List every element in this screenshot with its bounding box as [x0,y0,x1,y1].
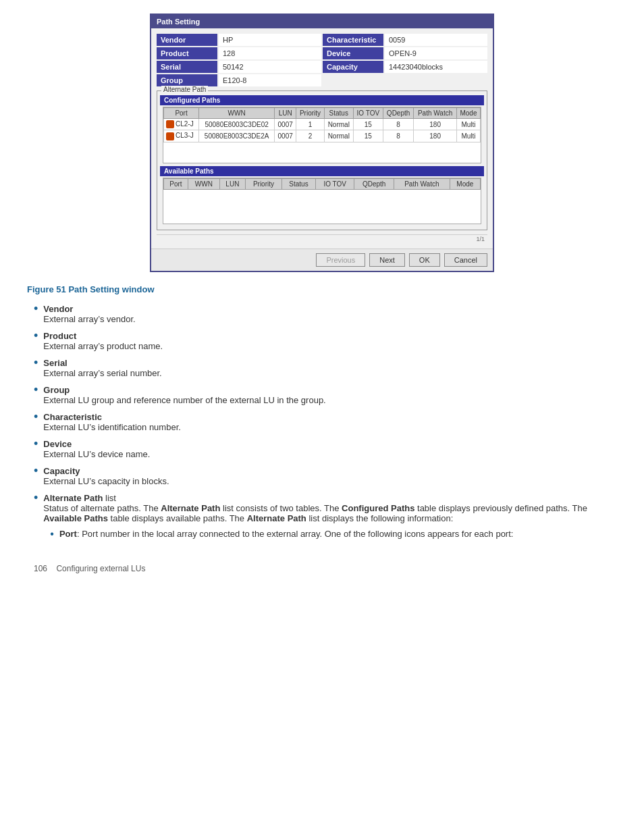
bullet-content-vendor: Vendor External array’s vendor. [43,304,610,324]
avail-col-pathwatch: Path Watch [394,178,450,189]
ok-button[interactable]: OK [409,253,440,267]
bullet-group: • Group External LU group and reference … [34,385,610,405]
device-row: Device OPEN-9 [323,47,487,59]
page-number: 106 [34,564,47,573]
wwn-cell: 50080E8003C3DE2A [199,130,275,142]
bullet-content-group: Group External LU group and reference nu… [43,385,610,405]
product-label: Product [157,47,217,59]
pathwatch-cell: 180 [414,130,457,142]
table-row: CL2-J 50080E8003C3DE02 0007 1 Normal 15 … [164,119,481,130]
bullet-dot-group: • [34,384,38,405]
bullet-content-characteristic: Characteristic External LU’s identificat… [43,412,610,432]
vendor-label: Vendor [157,34,217,46]
available-paths-table: Port WWN LUN Priority Status IO TOV QDep… [163,178,481,190]
pathwatch-cell: 180 [414,119,457,130]
col-mode: Mode [456,108,480,119]
figure-caption: Figure 51 Path Setting window [27,284,617,294]
path-setting-dialog: Path Setting Vendor HP Characteristic 00… [150,14,494,272]
serial-label: Serial [157,61,217,73]
available-paths-header: Available Paths [160,166,484,176]
info-grid: Vendor HP Characteristic 0059 Product 12… [157,34,487,86]
product-value: 128 [219,47,321,59]
bullet-desc-group: External LU group and reference number o… [43,395,325,405]
qdepth-cell: 8 [383,119,413,130]
bullet-title-suffix: list [103,493,116,503]
bullet-vendor: • Vendor External array’s vendor. [34,304,610,324]
port-cell: CL3-J [164,130,199,142]
available-paths-table-wrapper: Port WWN LUN Priority Status IO TOV QDep… [163,178,481,224]
characteristic-label: Characteristic [323,34,383,46]
mode-cell: Multi [456,119,480,130]
priority-cell: 2 [296,130,325,142]
product-row: Product 128 [157,47,321,59]
bullet-desc-characteristic: External LU’s identification number. [43,422,181,432]
bullet-alternate-path: • Alternate Path list Status of alternat… [34,493,610,544]
bullet-dot-vendor: • [34,303,38,324]
col-status: Status [324,108,353,119]
port-icon [166,132,174,140]
page-text: Configuring external LUs [56,564,145,573]
bullet-title-characteristic: Characteristic [43,412,102,422]
lun-cell: 0007 [275,119,296,130]
serial-row: Serial 50142 [157,61,321,73]
available-paths-section: Available Paths Port WWN LUN Priority St… [160,166,484,224]
bullet-desc-product: External array’s product name. [43,341,163,351]
serial-value: 50142 [219,61,321,73]
bullet-title-vendor: Vendor [43,304,73,314]
bullet-title-group: Group [43,385,70,395]
bullet-characteristic: • Characteristic External LU’s identific… [34,412,610,432]
dialog-buttons: Previous Next OK Cancel [151,249,493,271]
bullet-serial: • Serial External array’s serial number. [34,358,610,378]
characteristic-row: Characteristic 0059 [323,34,487,46]
avail-col-qdepth: QDepth [354,178,394,189]
bullet-title-capacity: Capacity [43,466,80,476]
dialog-title: Path Setting [157,18,200,26]
col-priority: Priority [296,108,325,119]
bullet-desc-alternate-path: Status of alternate paths. The Alternate… [43,503,587,523]
alternate-path-section: Alternate Path Configured Paths Port WWN… [157,90,487,230]
dialog-body: Vendor HP Characteristic 0059 Product 12… [151,28,493,249]
qdepth-cell: 8 [383,130,413,142]
empty-row [323,74,487,86]
bullet-title-product: Product [43,331,76,341]
content-section: • Vendor External array’s vendor. • Prod… [27,304,617,544]
bullet-device: • Device External LU’s device name. [34,439,610,459]
nested-bullets: • Port: Port number in the local array c… [50,529,610,540]
capacity-label: Capacity [323,61,383,73]
configured-paths-header-row: Port WWN LUN Priority Status IO TOV QDep… [164,108,481,119]
bullet-content-product: Product External array’s product name. [43,331,610,351]
characteristic-value: 0059 [385,34,487,46]
priority-cell: 1 [296,119,325,130]
next-button[interactable]: Next [369,253,405,267]
cancel-button[interactable]: Cancel [444,253,487,267]
lun-cell: 0007 [275,130,296,142]
avail-col-wwn: WWN [188,178,219,189]
status-cell: Normal [324,119,353,130]
bullet-content-serial: Serial External array’s serial number. [43,358,610,378]
bullet-desc-device: External LU’s device name. [43,449,150,459]
col-pathwatch: Path Watch [414,108,457,119]
bullet-content-alternate-path: Alternate Path list Status of alternate … [43,493,610,544]
previous-button[interactable]: Previous [316,253,365,267]
bullet-capacity: • Capacity External LU’s capacity in blo… [34,466,610,486]
dialog-title-bar: Path Setting [151,15,493,28]
group-label: Group [157,74,217,86]
configured-paths-header: Configured Paths [160,95,484,105]
page-footer: 106 Configuring external LUs [27,564,617,573]
wwn-cell: 50080E8003C3DE02 [199,119,275,130]
scroll-indicator: 1/1 [157,234,487,243]
alternate-path-legend: Alternate Path [161,86,208,93]
configured-paths-section: Configured Paths Port WWN LUN Priority S… [160,95,484,163]
mode-cell: Multi [456,130,480,142]
bullet-desc-vendor: External array’s vendor. [43,314,135,324]
group-row: Group E120-8 [157,74,321,86]
bullet-title-alternate-path: Alternate Path [43,493,103,503]
vendor-value: HP [219,34,321,46]
group-value: E120-8 [219,74,321,86]
bullet-dot-device: • [34,438,38,459]
iotov-cell: 15 [353,119,383,130]
avail-col-port: Port [164,178,188,189]
table-row: CL3-J 50080E8003C3DE2A 0007 2 Normal 15 … [164,130,481,142]
bullet-dot-serial: • [34,357,38,378]
col-lun: LUN [275,108,296,119]
